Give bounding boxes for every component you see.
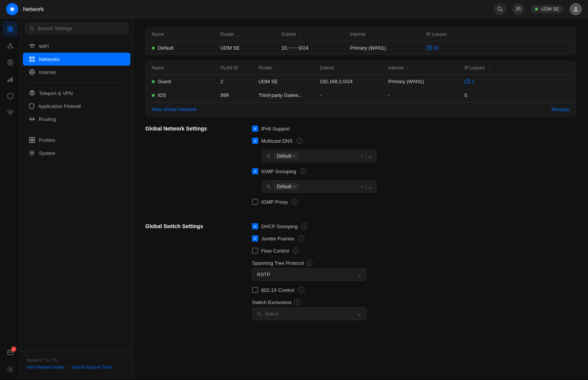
ip-lease-link[interactable]: 19 xyxy=(426,45,472,51)
igmp-snooping-row: IGMP Snooping i xyxy=(252,168,443,174)
ids-row-vlan: 999 xyxy=(220,92,259,98)
search-settings-input[interactable] xyxy=(37,26,124,31)
nav-sidebar: WiFi Networks Internet xyxy=(21,18,133,380)
multicast-dns-chevron-icon[interactable]: ⌄ xyxy=(368,153,372,159)
sidebar-icon-shield[interactable] xyxy=(3,89,18,104)
nav-item-profiles[interactable]: Profiles xyxy=(23,134,130,147)
firewall-nav-icon xyxy=(29,103,34,109)
manage-link[interactable]: Manage xyxy=(551,106,569,112)
flow-control-checkbox[interactable]: Flow Control xyxy=(252,248,289,254)
guest-row-subnet: 192.168.2.0/24 xyxy=(320,79,388,84)
new-virtual-network-link[interactable]: New Virtual Network xyxy=(152,106,197,112)
vlan-id-sort[interactable]: ⌄ xyxy=(241,66,244,70)
ipv6-support-row: IPv6 Support xyxy=(252,126,443,132)
nav-item-routing[interactable]: Routing xyxy=(23,113,130,126)
igmp-snooping-dropdown[interactable]: Default × × | ⌄ xyxy=(262,180,376,193)
igmp-snooping-dropdown-controls: × | ⌄ xyxy=(361,184,372,190)
igmp-search-icon xyxy=(266,184,271,189)
igmp-snooping-info[interactable]: i xyxy=(300,168,306,174)
sidebar-icon-alerts[interactable]: 1 xyxy=(3,345,18,360)
vlan-table-footer: New Virtual Network Manage xyxy=(146,102,575,116)
status-dot-default xyxy=(152,47,155,50)
dhcp-snooping-info[interactable]: i xyxy=(301,223,307,229)
igmp-snooping-checkbox-box xyxy=(252,168,258,174)
sidebar-icon-clients[interactable] xyxy=(3,55,18,70)
multicast-dns-clear-icon[interactable]: × xyxy=(361,153,364,159)
vlan-router-sort[interactable]: ⌄ xyxy=(275,66,278,70)
sidebar-icon-settings[interactable] xyxy=(3,362,18,377)
people-icon-btn[interactable] xyxy=(512,3,524,15)
switch-exclusions-dropdown[interactable]: Select ⌄ xyxy=(252,308,366,320)
nav-item-system[interactable]: System xyxy=(23,147,130,159)
nav-item-app-firewall[interactable]: Application Firewall xyxy=(23,100,130,113)
table-row[interactable]: Default UDM SE 10.••••••0/24 Primary (WA… xyxy=(146,41,575,55)
sidebar-icon-wifi[interactable] xyxy=(3,105,18,121)
search-settings-box[interactable] xyxy=(25,23,128,34)
ipleases-sort-icon[interactable]: ⌄ xyxy=(449,32,452,37)
profiles-nav-icon xyxy=(29,137,35,143)
dhcp-snooping-label: DHCP Snooping xyxy=(261,224,297,229)
spanning-tree-dropdown[interactable]: RSTP ⌄ xyxy=(252,268,366,281)
vlan-name-sort[interactable]: ⌄ xyxy=(168,66,171,70)
multicast-dns-info[interactable]: i xyxy=(296,138,302,144)
router-sort-icon[interactable]: ⌄ xyxy=(236,32,239,37)
nav-item-internet[interactable]: Internet xyxy=(23,66,130,79)
svg-rect-29 xyxy=(32,56,35,59)
table-row[interactable]: Guest 2 UDM SE 192.168.2.0/24 Primary (W… xyxy=(146,75,575,89)
sidebar-icon-home[interactable] xyxy=(3,21,18,37)
release-notes-link[interactable]: View Release Notes xyxy=(27,365,64,369)
svg-rect-39 xyxy=(29,137,32,140)
main-content: Name ⌄ Router ⌄ Subnet ⌄ Internet ⌄ IP L… xyxy=(133,18,588,380)
igmp-snooping-tag-remove[interactable]: × xyxy=(293,184,295,189)
vlan-subnet-sort[interactable]: ⌄ xyxy=(336,66,339,70)
guest-row-internet: Primary (WAN1) xyxy=(388,79,464,84)
multicast-dns-tag-remove[interactable]: × xyxy=(293,154,295,158)
ipv6-support-checkbox[interactable]: IPv6 Support xyxy=(252,126,290,132)
flow-control-info[interactable]: i xyxy=(293,248,299,254)
igmp-snooping-checkbox[interactable]: IGMP Snooping xyxy=(252,168,296,174)
svg-rect-35 xyxy=(30,92,34,95)
dot1x-control-info[interactable]: i xyxy=(298,287,304,293)
multicast-dns-row: Multicast DNS i xyxy=(252,138,443,144)
jumbo-frames-info[interactable]: i xyxy=(298,235,304,242)
wifi-nav-icon xyxy=(29,44,35,49)
dot1x-control-checkbox[interactable]: 802.1X Control xyxy=(252,287,294,293)
name-sort-icon[interactable]: ⌄ xyxy=(168,32,171,37)
nav-item-networks[interactable]: Networks xyxy=(23,53,130,66)
jumbo-frames-label: Jumbo Frames xyxy=(261,236,294,242)
global-network-settings-controls: IPv6 Support Multicast DNS i xyxy=(252,126,443,211)
switch-exclusions-info[interactable]: i xyxy=(294,299,300,305)
switch-exclusions-search-icon xyxy=(257,312,262,316)
igmp-proxy-checkbox[interactable]: IGMP Proxy xyxy=(252,199,288,205)
spanning-tree-chevron-icon: ⌄ xyxy=(357,272,361,277)
device-indicator: UDM SE xyxy=(530,5,564,13)
user-avatar[interactable] xyxy=(570,3,582,15)
table-row[interactable]: IDS 999 Third-party Gatew... - - 0 xyxy=(146,89,575,102)
igmp-proxy-info[interactable]: i xyxy=(292,199,298,205)
svg-line-49 xyxy=(269,187,271,189)
ids-row-subnet: - xyxy=(320,92,388,98)
vlan-header-subnet: Subnet ⌄ xyxy=(320,65,388,71)
jumbo-frames-checkbox[interactable]: Jumbo Frames xyxy=(252,235,294,242)
guest-ip-lease-link[interactable]: 2 xyxy=(464,79,510,84)
igmp-snooping-label: IGMP Snooping xyxy=(261,169,296,174)
sidebar-icon-topology[interactable] xyxy=(3,38,18,53)
nav-item-wifi[interactable]: WiFi xyxy=(23,40,130,53)
internet-sort-icon[interactable]: ⌄ xyxy=(368,32,371,37)
multicast-dns-dropdown[interactable]: Default × × | ⌄ xyxy=(262,150,376,162)
igmp-snooping-clear-icon[interactable]: × xyxy=(361,184,364,190)
svg-rect-40 xyxy=(32,137,35,140)
sidebar-icon-stats[interactable] xyxy=(3,72,18,87)
vlan-ipleases-sort[interactable]: ⌄ xyxy=(487,66,490,70)
spanning-tree-info[interactable]: i xyxy=(306,260,312,266)
page-title: Network xyxy=(23,6,494,12)
dhcp-snooping-checkbox[interactable]: DHCP Snooping xyxy=(252,223,297,229)
multicast-dns-checkbox[interactable]: Multicast DNS xyxy=(252,138,292,144)
igmp-snooping-chevron-icon[interactable]: ⌄ xyxy=(368,184,372,190)
support-ticket-link[interactable]: Submit Support Ticket xyxy=(72,365,113,369)
nav-item-teleport-vpn[interactable]: Teleport & VPN xyxy=(23,87,130,100)
search-icon-btn[interactable] xyxy=(494,3,506,15)
subnet-sort-icon[interactable]: ⌄ xyxy=(298,32,301,37)
vlan-internet-sort[interactable]: ⌄ xyxy=(406,66,409,70)
nav-item-system-label: System xyxy=(39,150,55,156)
